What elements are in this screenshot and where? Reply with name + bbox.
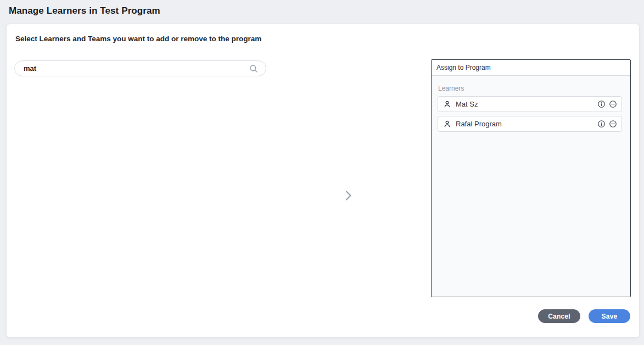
assign-panel: Assign to Program Learners Mat Sz (431, 59, 631, 297)
search-box[interactable] (14, 60, 266, 76)
learners-section-label: Learners (438, 85, 464, 92)
info-icon[interactable] (597, 100, 606, 108)
search-icon (249, 64, 259, 74)
row-actions (597, 100, 617, 108)
dialog-footer: Cancel Save (538, 309, 630, 323)
person-icon (443, 100, 451, 108)
learners-list: Mat Sz (438, 96, 622, 132)
learner-name: Mat Sz (456, 100, 478, 108)
learner-name: Rafal Program (456, 120, 502, 128)
chevron-right-icon (341, 189, 355, 202)
learner-row[interactable]: Rafal Program (438, 116, 622, 132)
page-title: Manage Learners in Test Program (9, 5, 160, 16)
search-input[interactable] (15, 64, 249, 73)
learner-row[interactable]: Mat Sz (438, 96, 622, 112)
info-icon[interactable] (597, 120, 606, 128)
person-icon (443, 120, 451, 128)
remove-icon[interactable] (609, 100, 617, 108)
row-actions (597, 120, 617, 128)
assign-panel-title: Assign to Program (432, 60, 630, 76)
remove-icon[interactable] (609, 120, 617, 128)
manage-learners-card: Select Learners and Teams you want to ad… (7, 24, 639, 337)
instruction-text: Select Learners and Teams you want to ad… (15, 35, 261, 43)
save-button[interactable]: Save (589, 309, 630, 323)
cancel-button[interactable]: Cancel (538, 309, 580, 323)
